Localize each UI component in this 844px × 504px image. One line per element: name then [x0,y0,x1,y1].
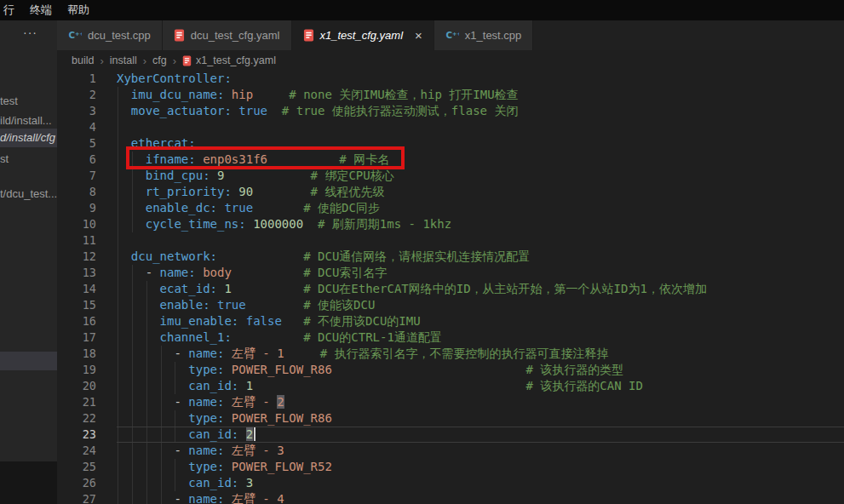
line-number[interactable]: 18 [57,346,117,362]
side-panel-item[interactable]: d/install/cfg [0,129,57,147]
breadcrumb-segment[interactable]: cfg [152,54,167,66]
tab-dcu_test_cfg.yaml[interactable]: dcu_test_cfg.yaml [163,20,292,50]
code-line-content[interactable]: - name: 左臂 - 4 [117,491,844,504]
code-line-1[interactable]: 1XyberController: [57,71,844,87]
line-number[interactable]: 24 [57,443,117,459]
line-number[interactable]: 15 [57,297,117,313]
line-number[interactable]: 12 [57,249,117,265]
code-line-content[interactable]: imu_dcu_name: hip # none 关闭IMU检查，hip 打开I… [117,87,844,103]
code-line-5[interactable]: 5 ethercat: [57,135,844,152]
code-line-17[interactable]: 17 channel_1: # DCU的CTRL-1通道配置 [57,329,844,346]
code-line-10[interactable]: 10 cycle_time_ns: 1000000 # 刷新周期1ms - 1k… [57,216,844,232]
line-number[interactable]: 19 [57,362,117,378]
code-line-content[interactable]: type: POWER_FLOW_R86 [117,410,844,427]
code-line-22[interactable]: 22 type: POWER_FLOW_R86 [57,410,844,427]
code-line-14[interactable]: 14 ecat_id: 1 # DCU在EtherCAT网络中的ID，从主站开始… [57,281,844,297]
code-line-content[interactable]: can_id: 3 [117,475,844,491]
tab-dcu_test.cpp[interactable]: C++dcu_test.cpp [57,20,163,50]
code-line-18[interactable]: 18 - name: 左臂 - 1 # 执行器索引名字，不需要控制的执行器可直接… [57,346,844,362]
code-line-15[interactable]: 15 enable: true # 使能该DCU [57,297,844,313]
line-number[interactable]: 22 [57,410,117,427]
breadcrumb[interactable]: build›install›cfg›x1_test_cfg.yaml [57,50,844,71]
code-line-2[interactable]: 2 imu_dcu_name: hip # none 关闭IMU检查，hip 打… [57,87,844,103]
code-line-24[interactable]: 24 - name: 左臂 - 3 [57,443,844,459]
code-line-content[interactable]: - name: 左臂 - 2 [117,394,844,410]
close-icon[interactable]: × [415,29,422,42]
side-panel-item[interactable] [0,352,57,370]
menu-item-1[interactable]: 终端 [22,0,60,20]
more-actions-icon[interactable]: ··· [23,26,37,39]
code-line-content[interactable]: can_id: 2 [117,427,844,443]
code-line-19[interactable]: 19 type: POWER_FLOW_R86 # 该执行器的类型 [57,362,844,378]
code-line-content[interactable] [117,232,844,249]
line-number[interactable]: 21 [57,394,117,410]
code-line-content[interactable]: rt_priority: 90 # 线程优先级 [117,184,844,200]
line-number[interactable]: 20 [57,378,117,394]
code-line-content[interactable]: - name: 左臂 - 3 [117,443,844,459]
line-number[interactable]: 16 [57,313,117,329]
code-line-content[interactable]: move_actuator: true # true 使能执行器运动测试，fla… [117,103,844,119]
line-number[interactable]: 1 [57,71,117,87]
menu-item-0[interactable]: 行 [0,0,22,20]
line-number[interactable]: 9 [57,200,117,216]
line-number[interactable]: 13 [57,265,117,281]
code-line-content[interactable]: imu_enable: false # 不使用该DCU的IMU [117,313,844,329]
line-number[interactable]: 26 [57,475,117,491]
code-line-3[interactable]: 3 move_actuator: true # true 使能执行器运动测试，f… [57,103,844,119]
code-line-content[interactable]: dcu_network: # DCU通信网络，请根据实机连接情况配置 [117,249,844,265]
code-editor[interactable]: 1XyberController:2 imu_dcu_name: hip # n… [57,71,844,504]
code-line-11[interactable]: 11 [57,232,844,249]
code-line-content[interactable] [117,119,844,135]
code-line-content[interactable]: XyberController: [117,71,844,87]
line-number[interactable]: 27 [57,491,117,504]
code-line-content[interactable]: ecat_id: 1 # DCU在EtherCAT网络中的ID，从主站开始，第一… [117,281,844,297]
menu-item-2[interactable]: 帮助 [60,0,97,20]
code-line-content[interactable]: - name: 左臂 - 1 # 执行器索引名字，不需要控制的执行器可直接注释掉 [117,346,844,362]
line-number[interactable]: 17 [57,329,117,346]
code-line-content[interactable]: enable_dc: true # 使能DC同步 [117,200,844,216]
breadcrumb-segment[interactable]: build [72,54,94,66]
code-line-21[interactable]: 21 - name: 左臂 - 2 [57,394,844,410]
code-line-content[interactable]: can_id: 1 # 该执行器的CAN ID [117,378,844,394]
breadcrumb-segment[interactable]: install [110,54,137,66]
code-line-25[interactable]: 25 type: POWER_FLOW_R52 [57,459,844,475]
code-line-content[interactable]: enable: true # 使能该DCU [117,297,844,313]
code-line-content[interactable]: type: POWER_FLOW_R52 [117,459,844,475]
line-number[interactable]: 2 [57,87,117,103]
code-line-27[interactable]: 27 - name: 左臂 - 4 [57,491,844,504]
code-line-6[interactable]: 6 ifname: enp0s31f6 # 网卡名 [57,152,844,168]
breadcrumb-file[interactable]: x1_test_cfg.yaml [182,54,276,66]
line-number[interactable]: 25 [57,459,117,475]
line-number[interactable]: 5 [57,135,117,152]
code-line-9[interactable]: 9 enable_dc: true # 使能DC同步 [57,200,844,216]
side-panel-item[interactable]: test [0,92,57,111]
code-line-26[interactable]: 26 can_id: 3 [57,475,844,491]
line-number[interactable]: 23 [57,427,117,443]
code-line-content[interactable]: ethercat: [117,135,844,152]
code-line-8[interactable]: 8 rt_priority: 90 # 线程优先级 [57,184,844,200]
line-number[interactable]: 8 [57,184,117,200]
tab-x1_test.cpp[interactable]: C++x1_test.cpp [434,20,534,50]
code-line-content[interactable]: cycle_time_ns: 1000000 # 刷新周期1ms - 1khz [117,216,844,232]
code-line-7[interactable]: 7 bind_cpu: 9 # 绑定CPU核心 [57,168,844,184]
tab-x1_test_cfg.yaml[interactable]: x1_test_cfg.yaml× [292,20,434,50]
code-line-20[interactable]: 20 can_id: 1 # 该执行器的CAN ID [57,378,844,394]
line-number[interactable]: 14 [57,281,117,297]
line-number[interactable]: 11 [57,232,117,249]
line-number[interactable]: 7 [57,168,117,184]
code-line-content[interactable]: ifname: enp0s31f6 # 网卡名 [117,152,844,168]
code-line-content[interactable]: channel_1: # DCU的CTRL-1通道配置 [117,329,844,346]
line-number[interactable]: 10 [57,216,117,232]
line-number[interactable]: 4 [57,119,117,135]
side-panel-item[interactable]: t/dcu_test... [0,185,57,203]
code-line-content[interactable]: bind_cpu: 9 # 绑定CPU核心 [117,168,844,184]
line-number[interactable]: 6 [57,152,117,168]
code-line-content[interactable]: type: POWER_FLOW_R86 # 该执行器的类型 [117,362,844,378]
line-number[interactable]: 3 [57,103,117,119]
side-panel[interactable]: ··· testild/install...d/install/cfgstt/d… [0,20,57,504]
code-line-4[interactable]: 4 [57,119,844,135]
code-line-16[interactable]: 16 imu_enable: false # 不使用该DCU的IMU [57,313,844,329]
side-panel-item[interactable]: ild/install... [0,112,57,130]
code-line-13[interactable]: 13 - name: body # DCU索引名字 [57,265,844,281]
code-line-content[interactable]: - name: body # DCU索引名字 [117,265,844,281]
